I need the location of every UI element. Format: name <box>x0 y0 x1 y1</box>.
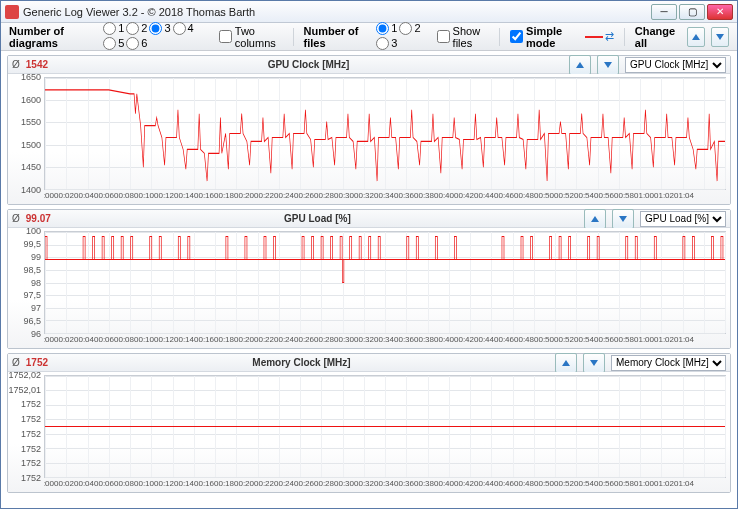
show-files-checkbox[interactable] <box>437 30 450 43</box>
x-tick: 00:52 <box>554 479 574 492</box>
avg-symbol: Ø <box>12 59 20 70</box>
avg-symbol: Ø <box>12 357 20 368</box>
x-tick: 00:04 <box>74 191 94 204</box>
maximize-button[interactable]: ▢ <box>679 4 705 20</box>
x-tick: 00:08 <box>114 335 134 348</box>
chart-up-button[interactable] <box>569 55 591 75</box>
close-button[interactable]: ✕ <box>707 4 733 20</box>
x-tick: 00:30 <box>334 335 354 348</box>
plot-area: 10099,59998,59897,59796,59600:0000:0200:… <box>8 228 730 348</box>
x-tick: 00:04 <box>74 335 94 348</box>
chart-metric-select[interactable]: Memory Clock [MHz] <box>611 355 726 371</box>
x-tick: 00:30 <box>334 479 354 492</box>
x-tick: 00:54 <box>574 479 594 492</box>
y-tick: 1400 <box>8 185 44 195</box>
x-tick: 01:02 <box>654 191 674 204</box>
files-radio-2[interactable] <box>399 22 412 35</box>
x-tick: 00:22 <box>254 479 274 492</box>
x-tick: 00:14 <box>174 479 194 492</box>
files-label: 2 <box>414 22 420 34</box>
x-tick: 00:08 <box>114 191 134 204</box>
x-tick: 00:56 <box>594 479 614 492</box>
x-tick: 00:58 <box>614 335 634 348</box>
x-tick: 00:44 <box>474 191 494 204</box>
x-tick: 01:00 <box>634 191 654 204</box>
x-tick: 00:28 <box>314 191 334 204</box>
x-tick: 00:48 <box>514 191 534 204</box>
x-tick: 00:44 <box>474 479 494 492</box>
y-tick: 1650 <box>8 72 44 82</box>
y-tick: 1752,01 <box>8 385 44 395</box>
x-tick: 00:58 <box>614 479 634 492</box>
two-columns-checkbox[interactable] <box>219 30 232 43</box>
x-tick: 00:06 <box>94 335 114 348</box>
y-tick: 1752 <box>8 473 44 483</box>
diagrams-label: Number of diagrams <box>9 25 94 49</box>
x-tick: 00:46 <box>494 335 514 348</box>
chart-metric-select[interactable]: GPU Clock [MHz] <box>625 57 726 73</box>
chart-down-button[interactable] <box>612 209 634 229</box>
y-tick: 1752,02 <box>8 370 44 380</box>
diagrams-label: 5 <box>118 37 124 49</box>
x-tick: 00:56 <box>594 191 614 204</box>
x-tick: 00:42 <box>454 191 474 204</box>
x-tick: 00:06 <box>94 191 114 204</box>
x-tick: 00:50 <box>534 335 554 348</box>
files-radio-1[interactable] <box>376 22 389 35</box>
x-tick: 00:16 <box>194 479 214 492</box>
chart-down-button[interactable] <box>583 353 605 373</box>
files-radio-3[interactable] <box>376 37 389 50</box>
y-tick: 1752 <box>8 399 44 409</box>
app-window: Generic Log Viewer 3.2 - © 2018 Thomas B… <box>0 0 738 509</box>
x-tick: 00:16 <box>194 335 214 348</box>
diagrams-radio-4[interactable] <box>173 22 186 35</box>
x-tick: 00:42 <box>454 335 474 348</box>
diagrams-label: 1 <box>118 22 124 34</box>
chart-up-button[interactable] <box>584 209 606 229</box>
y-tick: 1600 <box>8 95 44 105</box>
x-tick: 00:32 <box>354 479 374 492</box>
x-tick: 00:18 <box>214 191 234 204</box>
y-tick: 98 <box>8 278 44 288</box>
x-tick: 00:34 <box>374 479 394 492</box>
diagrams-radio-5[interactable] <box>103 37 116 50</box>
x-tick: 00:38 <box>414 335 434 348</box>
x-tick: 00:26 <box>294 335 314 348</box>
window-title: Generic Log Viewer 3.2 - © 2018 Thomas B… <box>23 6 651 18</box>
x-tick: 00:20 <box>234 335 254 348</box>
two-columns-label: Two columns <box>235 25 283 49</box>
diagrams-radio-2[interactable] <box>126 22 139 35</box>
x-tick: 00:56 <box>594 335 614 348</box>
x-tick: 01:00 <box>634 335 654 348</box>
chart-panel: Ø 99.07 GPU Load [%] GPU Load [%]10099,5… <box>7 209 731 349</box>
x-tick: 00:24 <box>274 479 294 492</box>
x-tick: 00:54 <box>574 191 594 204</box>
avg-value: 99.07 <box>26 213 51 224</box>
chart-up-button[interactable] <box>555 353 577 373</box>
x-tick: 00:16 <box>194 191 214 204</box>
y-tick: 1752 <box>8 444 44 454</box>
x-tick: 00:20 <box>234 479 254 492</box>
chart-down-button[interactable] <box>597 55 619 75</box>
chart-metric-select[interactable]: GPU Load [%] <box>640 211 726 227</box>
x-tick: 00:00 <box>44 335 54 348</box>
change-all-down-button[interactable] <box>711 27 729 47</box>
x-tick: 00:38 <box>414 191 434 204</box>
diagrams-radio-1[interactable] <box>103 22 116 35</box>
chart-panel: Ø 1752 Memory Clock [MHz] Memory Clock [… <box>7 353 731 493</box>
x-tick: 00:52 <box>554 335 574 348</box>
x-tick: 00:32 <box>354 191 374 204</box>
x-tick: 00:10 <box>134 191 154 204</box>
x-tick: 00:12 <box>154 335 174 348</box>
x-tick: 00:14 <box>174 191 194 204</box>
x-tick: 00:08 <box>114 479 134 492</box>
x-tick: 00:46 <box>494 479 514 492</box>
x-tick: 00:24 <box>274 191 294 204</box>
app-icon <box>5 5 19 19</box>
simple-mode-checkbox[interactable] <box>510 30 523 43</box>
minimize-button[interactable]: ─ <box>651 4 677 20</box>
x-tick: 00:50 <box>534 479 554 492</box>
change-all-up-button[interactable] <box>687 27 705 47</box>
diagrams-radio-6[interactable] <box>126 37 139 50</box>
diagrams-radio-3[interactable] <box>149 22 162 35</box>
